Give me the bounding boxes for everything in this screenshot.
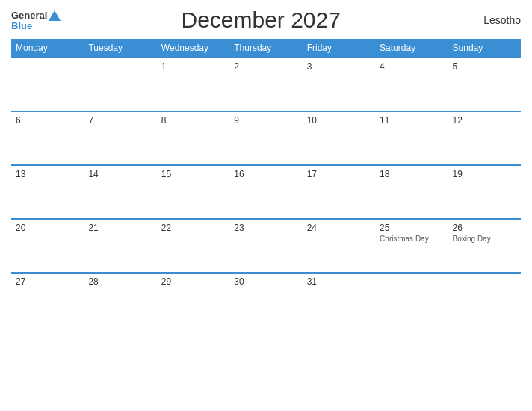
logo: General Blue	[11, 10, 61, 31]
day-number: 7	[88, 115, 152, 126]
day-number: 31	[307, 276, 371, 287]
col-monday: Monday	[11, 39, 84, 58]
holiday-label: Christmas Day	[380, 235, 443, 243]
calendar-week-row: 2728293031	[11, 273, 521, 327]
calendar-title: December 2027	[61, 7, 461, 33]
calendar-cell: 5	[448, 58, 521, 111]
day-number: 22	[161, 223, 225, 233]
day-number: 21	[88, 223, 152, 233]
calendar-cell: 18	[375, 165, 448, 219]
day-number: 11	[380, 115, 443, 126]
header: General Blue December 2027 Lesotho	[11, 7, 521, 33]
calendar-cell: 13	[11, 165, 84, 219]
day-number: 17	[307, 169, 371, 179]
calendar-cell: 15	[157, 165, 229, 219]
calendar-week-row: 6789101112	[11, 111, 521, 165]
day-number: 6	[16, 115, 79, 126]
calendar-cell: 11	[375, 111, 448, 165]
day-number: 8	[161, 115, 225, 126]
day-number: 3	[307, 61, 371, 72]
day-number: 20	[16, 223, 79, 233]
calendar-cell: 22	[157, 219, 229, 273]
day-number: 18	[380, 169, 443, 179]
weekday-header-row: Monday Tuesday Wednesday Thursday Friday…	[11, 39, 521, 58]
calendar-cell: 26Boxing Day	[448, 219, 521, 273]
day-number: 2	[234, 61, 297, 72]
calendar-cell: 17	[303, 165, 375, 219]
day-number: 24	[307, 223, 371, 233]
calendar-table: Monday Tuesday Wednesday Thursday Friday…	[11, 39, 521, 327]
day-number: 27	[16, 276, 79, 287]
holiday-label: Boxing Day	[453, 235, 516, 243]
day-number: 4	[380, 61, 443, 72]
day-number: 12	[453, 115, 516, 126]
day-number: 19	[453, 169, 516, 179]
calendar-cell: 9	[229, 111, 302, 165]
calendar-week-row: 13141516171819	[11, 165, 521, 219]
calendar-cell	[11, 58, 84, 111]
col-tuesday: Tuesday	[84, 39, 156, 58]
calendar-week-row: 12345	[11, 58, 521, 111]
calendar-cell: 16	[229, 165, 302, 219]
calendar-cell: 8	[157, 111, 229, 165]
page: General Blue December 2027 Lesotho Monda…	[0, 0, 532, 411]
day-number: 9	[234, 115, 297, 126]
col-sunday: Sunday	[448, 39, 521, 58]
calendar-cell: 6	[11, 111, 84, 165]
day-number: 10	[307, 115, 371, 126]
calendar-cell: 3	[303, 58, 375, 111]
calendar-cell: 12	[448, 111, 521, 165]
day-number: 5	[453, 61, 516, 72]
day-number: 15	[161, 169, 225, 179]
day-number: 28	[88, 276, 152, 287]
calendar-cell	[448, 273, 521, 327]
col-friday: Friday	[303, 39, 375, 58]
col-saturday: Saturday	[375, 39, 448, 58]
calendar-cell: 7	[84, 111, 156, 165]
calendar-cell	[375, 273, 448, 327]
calendar-cell: 29	[157, 273, 229, 327]
day-number: 1	[161, 61, 225, 72]
col-thursday: Thursday	[229, 39, 302, 58]
logo-blue-text: Blue	[11, 21, 32, 31]
calendar-cell: 10	[303, 111, 375, 165]
col-wednesday: Wednesday	[157, 39, 229, 58]
country-label: Lesotho	[461, 14, 521, 26]
calendar-cell: 19	[448, 165, 521, 219]
day-number: 14	[88, 169, 152, 179]
calendar-cell: 30	[229, 273, 302, 327]
calendar-cell: 23	[229, 219, 302, 273]
calendar-cell: 28	[84, 273, 156, 327]
day-number: 13	[16, 169, 79, 179]
calendar-cell: 27	[11, 273, 84, 327]
calendar-week-row: 202122232425Christmas Day26Boxing Day	[11, 219, 521, 273]
day-number: 30	[234, 276, 297, 287]
calendar-cell: 20	[11, 219, 84, 273]
calendar-cell: 1	[157, 58, 229, 111]
calendar-cell	[84, 58, 156, 111]
calendar-cell: 25Christmas Day	[375, 219, 448, 273]
calendar-cell: 2	[229, 58, 302, 111]
day-number: 25	[380, 223, 443, 233]
calendar-cell: 21	[84, 219, 156, 273]
calendar-cell: 24	[303, 219, 375, 273]
day-number: 23	[234, 223, 297, 233]
day-number: 26	[453, 223, 516, 233]
logo-triangle-icon	[49, 10, 61, 21]
day-number: 16	[234, 169, 297, 179]
day-number: 29	[161, 276, 225, 287]
calendar-cell: 31	[303, 273, 375, 327]
calendar-cell: 14	[84, 165, 156, 219]
logo-general-text: General	[11, 10, 47, 20]
calendar-cell: 4	[375, 58, 448, 111]
